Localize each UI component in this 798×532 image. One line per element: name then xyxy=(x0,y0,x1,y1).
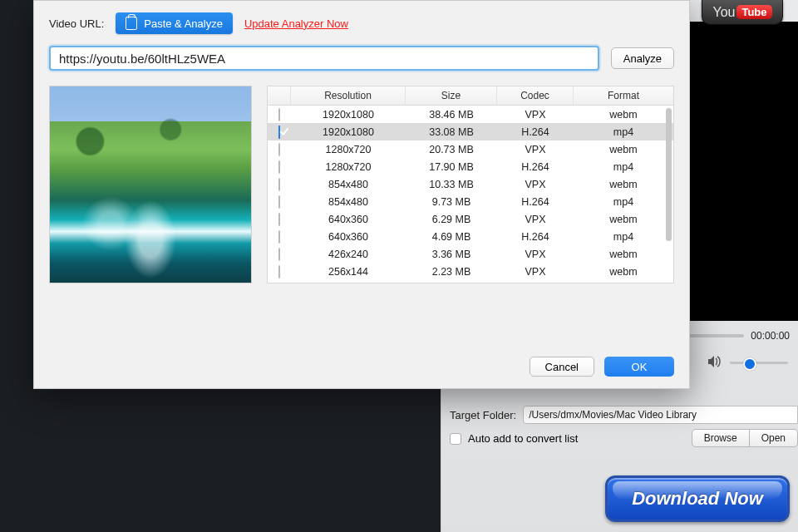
cell-codec: VPX xyxy=(497,214,574,225)
video-thumbnail xyxy=(49,86,252,283)
table-row[interactable]: 640x3606.29 MBVPXwebm xyxy=(268,210,673,228)
youtube-badge: You Tube xyxy=(702,0,783,25)
browse-button[interactable]: Browse xyxy=(692,429,750,447)
cell-format: mp4 xyxy=(574,231,673,243)
update-analyzer-link[interactable]: Update Analyzer Now xyxy=(244,17,348,30)
row-checkbox[interactable] xyxy=(278,160,280,174)
cell-codec: VPX xyxy=(497,249,574,260)
cell-codec: H.264 xyxy=(497,231,574,243)
cell-format: webm xyxy=(574,144,673,155)
row-checkbox[interactable] xyxy=(278,108,280,121)
volume-icon[interactable] xyxy=(708,356,722,370)
cell-resolution: 1920x1080 xyxy=(291,126,406,138)
youtube-tube-text: Tube xyxy=(736,5,771,19)
cell-codec: VPX xyxy=(497,109,574,121)
formats-table: Resolution Size Codec Format 1920x108038… xyxy=(267,86,674,283)
clipboard-icon xyxy=(126,17,137,30)
cell-resolution: 640x360 xyxy=(291,231,406,243)
cell-codec: H.264 xyxy=(497,161,574,173)
auto-add-checkbox[interactable] xyxy=(450,433,461,445)
cell-size: 33.08 MB xyxy=(406,126,497,138)
auto-add-label: Auto add to convert list xyxy=(468,432,578,445)
cell-resolution: 1280x720 xyxy=(291,144,406,155)
cell-format: webm xyxy=(574,249,673,260)
cell-size: 10.33 MB xyxy=(406,179,497,190)
video-url-input[interactable] xyxy=(49,46,599,71)
cell-codec: VPX xyxy=(497,144,574,155)
cell-format: mp4 xyxy=(574,161,673,173)
row-checkbox[interactable] xyxy=(278,143,280,156)
cell-codec: VPX xyxy=(497,266,574,278)
table-scrollbar[interactable] xyxy=(666,108,672,241)
table-header: Resolution Size Codec Format xyxy=(268,86,673,106)
row-checkbox[interactable] xyxy=(278,265,280,278)
cell-resolution: 1920x1080 xyxy=(291,109,406,121)
cell-resolution: 426x240 xyxy=(291,249,406,260)
youtube-you-text: You xyxy=(712,5,735,20)
col-size[interactable]: Size xyxy=(406,86,497,105)
row-checkbox[interactable] xyxy=(278,230,280,244)
table-row[interactable]: 1280x72020.73 MBVPXwebm xyxy=(268,140,673,158)
cell-size: 4.69 MB xyxy=(406,231,497,243)
table-row[interactable]: 1280x72017.90 MBH.264mp4 xyxy=(268,158,673,175)
table-row[interactable]: 640x3604.69 MBH.264mp4 xyxy=(268,228,673,245)
cell-codec: VPX xyxy=(497,179,574,190)
table-row[interactable]: 426x2403.36 MBVPXwebm xyxy=(268,245,673,263)
col-resolution[interactable]: Resolution xyxy=(291,86,406,105)
cell-size: 3.36 MB xyxy=(406,249,497,260)
cell-resolution: 256x144 xyxy=(291,266,406,278)
table-row[interactable]: 854x4809.73 MBH.264mp4 xyxy=(268,193,673,210)
table-row[interactable]: 1920x108033.08 MBH.264mp4 xyxy=(268,123,673,140)
col-codec[interactable]: Codec xyxy=(497,86,574,105)
cell-format: webm xyxy=(574,109,673,121)
volume-slider[interactable] xyxy=(730,362,788,364)
table-row[interactable]: 1920x108038.46 MBVPXwebm xyxy=(268,106,673,123)
row-checkbox[interactable] xyxy=(278,248,280,261)
row-checkbox[interactable] xyxy=(278,195,280,209)
cell-format: mp4 xyxy=(574,126,673,138)
cell-size: 20.73 MB xyxy=(406,144,497,155)
cell-size: 2.23 MB xyxy=(406,266,497,278)
paste-analyze-button[interactable]: Paste & Analyze xyxy=(116,12,233,34)
row-checkbox[interactable] xyxy=(278,178,280,191)
cell-codec: H.264 xyxy=(497,126,574,138)
row-checkbox[interactable] xyxy=(278,126,280,139)
cancel-button[interactable]: Cancel xyxy=(530,357,594,377)
table-row[interactable]: 854x48010.33 MBVPXwebm xyxy=(268,175,673,193)
paste-analyze-label: Paste & Analyze xyxy=(144,17,223,30)
cell-format: mp4 xyxy=(574,196,673,208)
ok-button[interactable]: OK xyxy=(604,357,674,377)
cell-size: 17.90 MB xyxy=(406,161,497,173)
cell-resolution: 854x480 xyxy=(291,179,406,190)
cell-size: 6.29 MB xyxy=(406,214,497,225)
cell-resolution: 1280x720 xyxy=(291,161,406,173)
cell-size: 38.46 MB xyxy=(406,109,497,121)
cell-resolution: 854x480 xyxy=(291,196,406,208)
cell-format: webm xyxy=(574,266,673,278)
time-readout: 00:00:00 xyxy=(751,330,790,342)
cell-format: webm xyxy=(574,214,673,225)
row-checkbox[interactable] xyxy=(278,213,280,226)
download-now-button[interactable]: Download Now xyxy=(605,475,790,522)
cell-resolution: 640x360 xyxy=(291,214,406,225)
target-folder-input[interactable] xyxy=(523,406,798,424)
analyze-button[interactable]: Analyze xyxy=(611,47,674,69)
cell-codec: H.264 xyxy=(497,196,574,208)
table-row[interactable]: 256x1442.23 MBVPXwebm xyxy=(268,263,673,280)
video-url-label: Video URL: xyxy=(49,17,104,30)
target-folder-label: Target Folder: xyxy=(450,409,516,421)
cell-format: webm xyxy=(574,179,673,190)
col-format[interactable]: Format xyxy=(574,86,673,105)
open-button[interactable]: Open xyxy=(750,429,798,447)
analyze-dialog: Video URL: Paste & Analyze Update Analyz… xyxy=(33,0,690,389)
cell-size: 9.73 MB xyxy=(406,196,497,208)
